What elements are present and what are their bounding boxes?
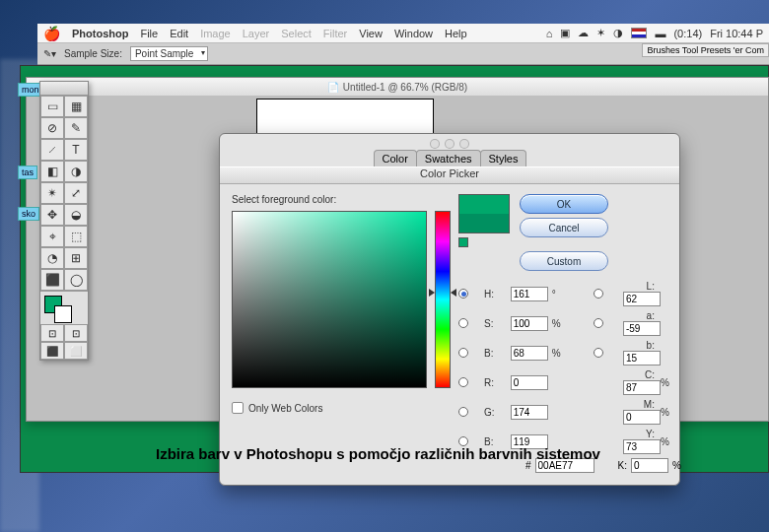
- tab-swatches[interactable]: Swatches: [416, 150, 481, 166]
- doc-icon: 📄: [327, 82, 339, 93]
- picker-title: Color Picker: [220, 166, 679, 184]
- current-color-swatch: [459, 214, 509, 233]
- b-field[interactable]: [511, 346, 548, 361]
- y-field[interactable]: [623, 439, 661, 454]
- tool-button[interactable]: ⬛: [40, 269, 64, 291]
- tool-button[interactable]: T: [64, 139, 88, 161]
- menu-window[interactable]: Window: [394, 28, 433, 39]
- menubar-icon[interactable]: ▣: [560, 27, 570, 39]
- app-name[interactable]: Photoshop: [72, 28, 128, 39]
- minimize-icon[interactable]: [445, 139, 454, 149]
- desktop: 🍎 Photoshop File Edit Image Layer Select…: [0, 0, 769, 532]
- tool-button[interactable]: ◧: [40, 161, 64, 182]
- tool-button[interactable]: ◔: [40, 247, 64, 269]
- radio-l[interactable]: [594, 289, 603, 299]
- battery-time: (0:14): [673, 28, 702, 39]
- menu-view[interactable]: View: [359, 28, 383, 39]
- mac-menubar: 🍎 Photoshop File Edit Image Layer Select…: [37, 24, 769, 43]
- ok-button[interactable]: OK: [520, 194, 608, 214]
- menu-file[interactable]: File: [140, 28, 158, 39]
- radio-lab-b[interactable]: [594, 348, 603, 358]
- tool-button[interactable]: ▭: [40, 96, 64, 117]
- tool-button[interactable]: ⟋: [40, 139, 64, 161]
- select-color-label: Select foreground color:: [232, 194, 451, 205]
- tool-button[interactable]: ◯: [64, 269, 88, 291]
- tool-button[interactable]: ⊘: [40, 117, 64, 139]
- menu-image: Image: [200, 28, 231, 39]
- presets-panel-tabs[interactable]: Brushes Tool Presets 'er Com: [642, 43, 769, 57]
- tab-styles[interactable]: Styles: [480, 150, 527, 166]
- apple-menu-icon[interactable]: 🍎: [43, 26, 60, 41]
- m-field[interactable]: [623, 410, 661, 425]
- menu-select: Select: [281, 28, 312, 39]
- mode-button[interactable]: ⊡: [64, 324, 88, 342]
- hue-arrow-icon: [429, 289, 435, 297]
- tab-color[interactable]: Color: [374, 150, 417, 166]
- palette-header[interactable]: [40, 82, 88, 96]
- menubar-clock: Fri 10:44 P: [710, 28, 763, 39]
- only-web-colors-label: Only Web Colors: [248, 403, 322, 414]
- tool-button[interactable]: ⊞: [64, 247, 88, 269]
- menubar-icon[interactable]: ☁: [578, 27, 589, 39]
- document-title: Untitled-1 @ 66.7% (RGB/8): [343, 82, 467, 93]
- l-field[interactable]: [623, 292, 661, 306]
- tool-preset-icon[interactable]: ✎▾: [43, 48, 56, 59]
- tool-button[interactable]: ◒: [64, 204, 88, 226]
- c-field[interactable]: [623, 380, 661, 395]
- side-label: tas: [18, 166, 37, 179]
- background-swatch[interactable]: [54, 305, 72, 323]
- tool-button[interactable]: ✎: [64, 117, 88, 139]
- tools-palette: ▭▦⊘✎⟋T◧◑✴⤢✥◒⌖⬚◔⊞⬛◯ ⊡⊡⬛⬜: [39, 81, 89, 361]
- color-preview: [458, 194, 510, 233]
- menubar-icon[interactable]: ⌂: [546, 28, 553, 39]
- custom-button[interactable]: Custom: [520, 251, 608, 271]
- hue-arrow-icon: [451, 289, 456, 297]
- radio-b[interactable]: [458, 348, 468, 358]
- h-field[interactable]: [511, 287, 548, 301]
- input-flag-icon[interactable]: [631, 28, 647, 38]
- mode-button[interactable]: ⊡: [40, 324, 64, 342]
- color-field[interactable]: [232, 211, 427, 388]
- radio-h[interactable]: [458, 289, 468, 299]
- radio-a[interactable]: [594, 318, 603, 328]
- lab-b-field[interactable]: [623, 351, 661, 366]
- menu-edit[interactable]: Edit: [170, 28, 188, 39]
- battery-icon[interactable]: ▬: [655, 28, 665, 39]
- radio-s[interactable]: [458, 318, 468, 328]
- g-field[interactable]: [511, 405, 548, 420]
- side-label: sko: [18, 207, 39, 221]
- sample-size-select[interactable]: Point Sample: [130, 46, 208, 61]
- tool-button[interactable]: ⌖: [40, 226, 64, 247]
- menu-filter: Filter: [323, 28, 347, 39]
- tool-button[interactable]: ✥: [40, 204, 64, 226]
- color-picker-dialog: Color Swatches Styles Color Picker Selec…: [219, 133, 680, 486]
- menubar-icon[interactable]: ✶: [596, 27, 605, 39]
- r-field[interactable]: [511, 375, 548, 390]
- tool-button[interactable]: ▦: [64, 96, 88, 117]
- zoom-icon[interactable]: [459, 139, 469, 149]
- tool-button[interactable]: ◑: [64, 161, 88, 182]
- radio-g[interactable]: [458, 407, 468, 417]
- radio-r[interactable]: [458, 377, 468, 387]
- mode-button[interactable]: ⬜: [64, 342, 88, 360]
- only-web-colors-checkbox[interactable]: [232, 402, 244, 414]
- tool-button[interactable]: ⬚: [64, 226, 88, 247]
- menu-help[interactable]: Help: [445, 28, 467, 39]
- mode-button[interactable]: ⬛: [40, 342, 64, 360]
- s-field[interactable]: [511, 316, 548, 331]
- sample-size-label: Sample Size:: [64, 48, 122, 59]
- slide-caption: Izbira barv v Photoshopu s pomočjo razli…: [156, 445, 600, 462]
- close-icon[interactable]: [430, 139, 440, 149]
- websafe-swatch[interactable]: [458, 237, 468, 247]
- hue-slider[interactable]: [435, 211, 451, 388]
- new-color-swatch: [459, 195, 509, 214]
- color-swatches[interactable]: [40, 291, 88, 324]
- menubar-icon[interactable]: ◑: [613, 27, 623, 39]
- cancel-button[interactable]: Cancel: [520, 218, 608, 237]
- a-field[interactable]: [623, 321, 661, 336]
- k-field[interactable]: [631, 458, 668, 473]
- tool-button[interactable]: ⤢: [64, 182, 88, 204]
- menu-layer: Layer: [243, 28, 270, 39]
- tool-button[interactable]: ✴: [40, 182, 64, 204]
